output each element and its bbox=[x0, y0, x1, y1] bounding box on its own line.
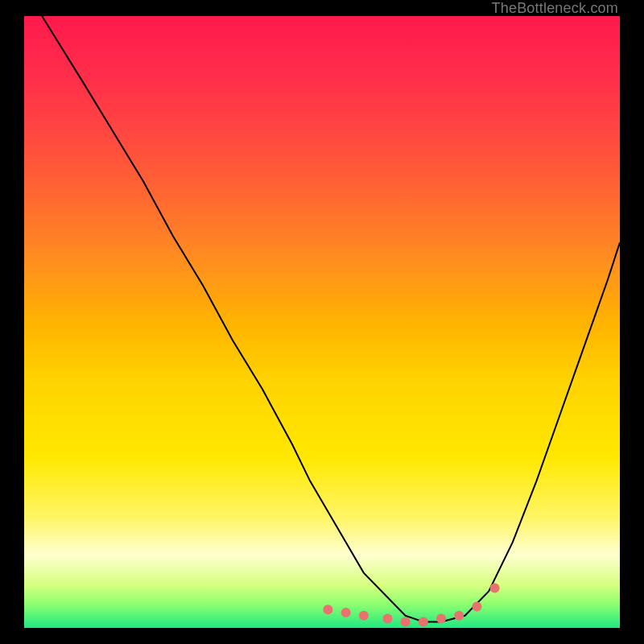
watermark-text: TheBottleneck.com bbox=[492, 0, 618, 17]
marker-dot bbox=[401, 617, 411, 626]
frame-left bbox=[0, 0, 24, 644]
plot-area bbox=[24, 16, 620, 628]
marker-dot bbox=[490, 584, 500, 593]
marker-dot bbox=[472, 601, 481, 611]
frame-bottom bbox=[0, 628, 644, 644]
marker-dot bbox=[359, 611, 369, 621]
marker-dot bbox=[341, 608, 351, 617]
frame-right bbox=[620, 0, 644, 644]
chart-svg bbox=[24, 16, 620, 628]
marker-dot bbox=[382, 614, 392, 624]
marker-dot bbox=[436, 614, 446, 624]
marker-dot bbox=[323, 605, 332, 614]
gradient-background bbox=[24, 16, 620, 628]
marker-dot bbox=[454, 611, 464, 621]
chart-stage: TheBottleneck.com bbox=[0, 0, 644, 644]
marker-dot bbox=[419, 617, 428, 626]
